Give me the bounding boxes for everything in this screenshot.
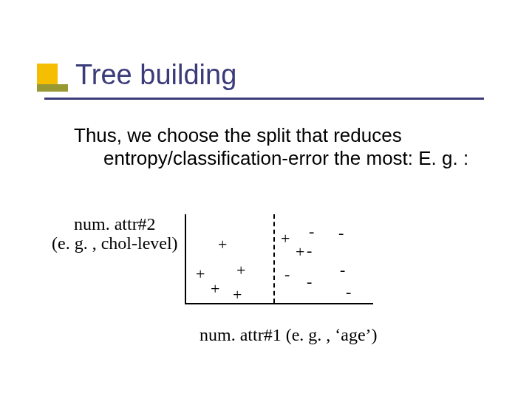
slide: Tree building Thus, we choose the split … [0,0,532,399]
point-plus: + [233,287,242,303]
slide-title: Tree building [75,61,236,89]
y-axis-label: num. attr#2 (e. g. , chol-level) [52,214,178,253]
point-minus: - [307,242,312,259]
point-minus: - [309,223,314,239]
point-plus: + [196,266,205,282]
point-minus: - [340,262,345,278]
scatter-diagram: num. attr#2 (e. g. , chol-level) + + + +… [44,214,399,318]
ylabel-line-1: num. attr#2 [52,214,178,233]
point-plus: + [281,231,290,247]
split-line [273,214,275,303]
body-line-2: entropy/classification-error the most: E… [103,147,468,169]
point-minus: - [338,225,344,241]
body-line-1: Thus, we choose the split that reduces [74,124,402,146]
body-text: Thus, we choose the split that reduces e… [74,124,488,170]
point-plus: + [296,244,304,260]
point-plus: + [218,236,227,253]
point-plus: + [211,281,219,297]
point-minus: - [307,273,312,290]
title-underline [44,98,484,100]
ylabel-line-2: (e. g. , chol-level) [52,233,178,253]
x-axis [185,303,373,304]
point-plus: + [236,262,245,279]
point-minus: - [346,284,351,300]
x-axis-label: num. attr#1 (e. g. , ‘age’) [200,325,378,345]
point-minus: - [284,266,290,282]
y-axis [185,214,186,303]
title-block: Tree building [72,61,236,89]
